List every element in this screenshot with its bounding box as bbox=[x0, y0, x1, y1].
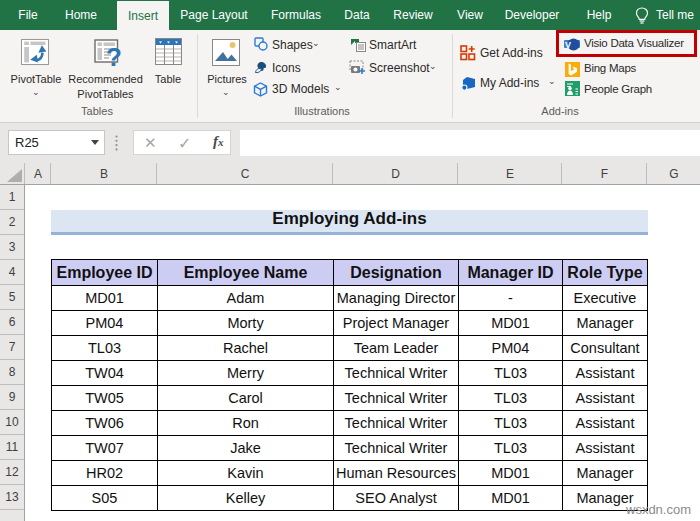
svg-text:?: ? bbox=[106, 42, 122, 70]
svg-text:V: V bbox=[565, 40, 571, 50]
